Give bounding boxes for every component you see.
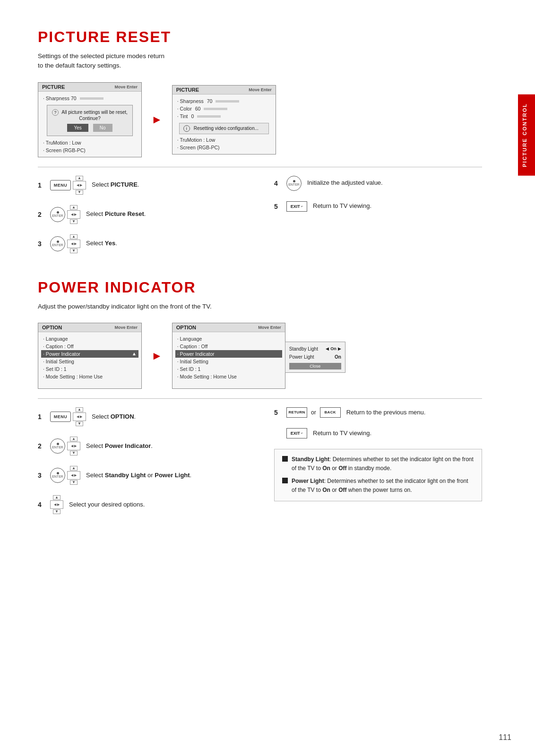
dialog-question-icon: ? <box>52 109 59 116</box>
nav-pad-pi2[interactable]: ▲ ◀ ▶ ▼ <box>67 437 80 455</box>
pi-step-5: 5 RETURN or BACK Return to the previous … <box>274 407 482 418</box>
picture-reset-diagram: PICTURE Move Enter · Sharpness 70 ? All … <box>38 82 482 157</box>
no-button[interactable]: No <box>93 124 112 132</box>
page-number: 111 <box>499 733 511 742</box>
picture-before-screen: PICTURE Move Enter · Sharpness 70 ? All … <box>38 82 142 157</box>
step4-buttons: ENTER <box>286 176 302 191</box>
nav-pad-pi4[interactable]: ▲ ◀ ▶ ▼ <box>50 495 63 514</box>
step-2: 2 ENTER ▲ ◀ ▶ ▼ Select Picture Reset. <box>38 205 246 224</box>
step-4: 4 ENTER Initialize the adjusted value. <box>274 176 482 191</box>
picture-reset-steps: 1 MENU ▲ ◀ ▶ ▼ Select PICTURE. 2 <box>38 176 482 264</box>
enter-button-pi3[interactable]: ENTER <box>50 468 65 483</box>
side-tab: PICTURE CONTROL <box>518 94 535 176</box>
menu-button-pi[interactable]: MENU <box>50 412 71 422</box>
step-5: 5 EXIT⌐ Return to TV viewing. <box>274 201 482 212</box>
nav-pad-3[interactable]: ▲ ◀ ▶ ▼ <box>67 234 80 253</box>
power-indicator-title: POWER INDICATOR <box>38 279 482 296</box>
nav-pad-pi1[interactable]: ▲ ◀ ▶ ▼ <box>73 407 86 426</box>
info-icon: i <box>183 125 190 132</box>
menu-button[interactable]: MENU <box>50 180 71 190</box>
power-indicator-desc: Adjust the power/standby indicator light… <box>38 302 482 311</box>
enter-button-pi2[interactable]: ENTER <box>50 438 65 454</box>
power-indicator-steps: 1 MENU ▲ ◀ ▶ ▼ Select OPTION. 2 <box>38 407 482 524</box>
pi-step-3: 3 ENTER ▲ ◀ ▶ ▼ Select Standby Light or … <box>38 466 246 485</box>
diagram-arrow: ► <box>151 113 163 126</box>
back-button[interactable]: BACK <box>320 407 341 418</box>
enter-button[interactable]: ENTER <box>50 207 65 222</box>
exit-button-pi[interactable]: EXIT⌐ <box>286 428 307 438</box>
step2-buttons: ENTER ▲ ◀ ▶ ▼ <box>50 205 80 224</box>
yes-button[interactable]: Yes <box>67 124 88 132</box>
step-3: 3 ENTER ▲ ◀ ▶ ▼ Select Yes. <box>38 234 246 253</box>
option-before-screen: OPTION Move Enter · Language · Caption :… <box>38 323 142 389</box>
picture-reset-desc: Settings of the selected picture modes r… <box>38 52 482 71</box>
pi-step-exit: 6 EXIT⌐ Return to TV viewing. <box>274 428 482 438</box>
power-indicator-diagram: OPTION Move Enter · Language · Caption :… <box>38 323 482 389</box>
nav-pad-pi3[interactable]: ▲ ◀ ▶ ▼ <box>67 466 80 485</box>
power-indicator-info-box: Standby Light: Determines whether to set… <box>274 449 482 501</box>
step1-buttons: MENU ▲ ◀ ▶ ▼ <box>50 176 86 195</box>
nav-pad-2[interactable]: ▲ ◀ ▶ ▼ <box>67 205 80 224</box>
reset-dialog: ? All picture settings will be reset, Co… <box>47 105 133 136</box>
reset-info-msg: i Resetting video configuration... <box>179 123 269 134</box>
power-submenu: Standby Light ◀ On ▶ Power Light On Clos… <box>285 342 345 373</box>
info-bullet-1 <box>282 456 288 462</box>
step-1: 1 MENU ▲ ◀ ▶ ▼ Select PICTURE. <box>38 176 246 195</box>
close-submenu-button[interactable]: Close <box>289 363 341 369</box>
exit-button[interactable]: EXIT⌐ <box>286 201 307 212</box>
option-after-screen: OPTION Move Enter · Language · Caption :… <box>172 323 285 389</box>
step5-buttons: EXIT⌐ <box>286 201 307 212</box>
power-diagram-arrow: ► <box>151 349 163 362</box>
enter-button-4[interactable]: ENTER <box>286 176 302 191</box>
step3-buttons: ENTER ▲ ◀ ▶ ▼ <box>50 234 80 253</box>
pi-step-2: 2 ENTER ▲ ◀ ▶ ▼ Select Power Indicator. <box>38 437 246 455</box>
pi-step-4: 4 ▲ ◀ ▶ ▼ Select your desired options. <box>38 495 246 514</box>
info-bullet-2 <box>282 478 288 483</box>
nav-pad[interactable]: ▲ ◀ ▶ ▼ <box>73 176 86 195</box>
return-button[interactable]: RETURN <box>286 407 307 418</box>
picture-reset-title: PICTURE RESET <box>38 28 482 46</box>
pi-step-1: 1 MENU ▲ ◀ ▶ ▼ Select OPTION. <box>38 407 246 426</box>
enter-button-3[interactable]: ENTER <box>50 236 65 251</box>
picture-after-screen: PICTURE Move Enter · Sharpness 70 · Colo… <box>172 85 276 155</box>
